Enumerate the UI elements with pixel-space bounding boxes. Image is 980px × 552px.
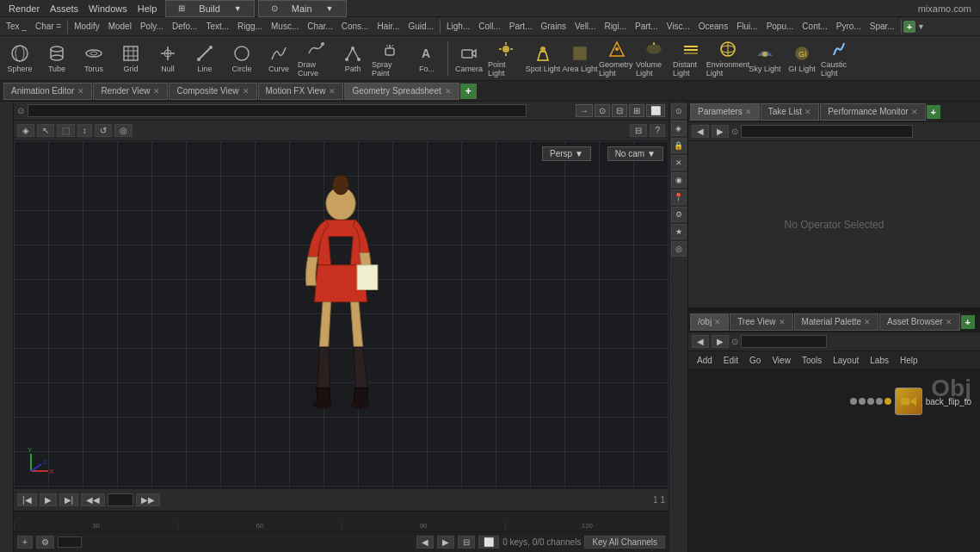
viewport-expand-button[interactable]: ⬜ (646, 104, 665, 117)
toolbar-musc[interactable]: Musc... (267, 21, 303, 32)
select-button[interactable]: ↖ (37, 124, 54, 137)
brp-tab-material-palette[interactable]: Material Palette ✕ (794, 313, 878, 331)
select-box-button[interactable]: ⬚ (57, 124, 75, 137)
camera-nav-button[interactable]: ◎ (114, 124, 133, 137)
tab-parameters-close[interactable]: ✕ (745, 108, 752, 116)
r-icon-3[interactable]: 🔒 (671, 138, 687, 153)
toolbar-tex[interactable]: Tex _ (2, 21, 31, 32)
subnetwork-icon-box[interactable] (895, 388, 922, 415)
tab-animation-editor-close[interactable]: ✕ (77, 87, 84, 96)
distant-light-button[interactable]: Distant Light (673, 38, 709, 79)
toolbar-flui[interactable]: Flui... (732, 21, 761, 32)
node-menu-tools[interactable]: Tools (797, 354, 827, 367)
toolbar-visc[interactable]: Visc... (663, 21, 694, 32)
viewport-split-h-button[interactable]: ⊟ (612, 104, 627, 117)
toolbar-ligh[interactable]: Ligh... (442, 21, 474, 32)
tab-render-view[interactable]: Render View ✕ (93, 83, 168, 100)
timeline-ruler[interactable]: 30 60 90 120 (14, 512, 669, 531)
bb-frame-input[interactable]: 1 (58, 536, 82, 548)
tab-motion-fx-view-close[interactable]: ✕ (329, 87, 336, 96)
r-icon-2[interactable]: ◈ (671, 121, 687, 136)
tab-composite-view[interactable]: Composite View ✕ (169, 83, 256, 100)
toolbar-model[interactable]: Model (104, 21, 136, 32)
font-button[interactable]: A Fo... (409, 38, 445, 79)
brp-tab-tree-close[interactable]: ✕ (779, 318, 786, 326)
path-button[interactable]: Path (335, 38, 371, 79)
viewport-split-v-button[interactable]: ⊞ (629, 104, 644, 117)
r-icon-4[interactable]: ✕ (671, 155, 687, 171)
bb-add-key-button[interactable]: + (17, 536, 33, 549)
toolbar-poly[interactable]: Poly... (136, 21, 168, 32)
menu-windows[interactable]: Windows (83, 2, 133, 16)
node-path-input[interactable]: obj (741, 335, 827, 348)
bb-channel-plus[interactable]: ▶ (437, 536, 454, 549)
camera-button[interactable]: Camera (451, 38, 487, 79)
add-right-tab-button[interactable]: + (927, 105, 940, 119)
toolbar-cont[interactable]: Cont... (798, 21, 831, 32)
tab-performance-monitor[interactable]: Performance Monitor ✕ (820, 103, 925, 121)
tl-prev-frame[interactable]: ◀◀ (81, 493, 105, 506)
tab-parameters[interactable]: Parameters ✕ (690, 103, 760, 121)
toolbar-cons[interactable]: Cons... (337, 21, 373, 32)
r-icon-5[interactable]: ◉ (671, 172, 687, 188)
select-mode-button[interactable]: ◈ (17, 124, 34, 137)
nocam-button[interactable]: No cam ▼ (607, 146, 663, 161)
circle-button[interactable]: Circle (224, 38, 260, 79)
key-all-channels-button[interactable]: Key All Channels (584, 536, 665, 549)
draw-curve-button[interactable]: Draw Curve (298, 38, 334, 79)
tl-next-end[interactable]: ▶| (59, 493, 79, 506)
brp-tab-asset-close[interactable]: ✕ (946, 318, 952, 326)
bb-expand-button[interactable]: ⬜ (478, 536, 499, 549)
bb-channel-minus[interactable]: ◀ (416, 536, 434, 549)
gi-light-button[interactable]: GI GI Light (784, 38, 820, 79)
toolbar-popu[interactable]: Popu... (762, 21, 798, 32)
param-forward-button[interactable]: ▶ (712, 125, 729, 138)
viewport-path-input[interactable]: obj (28, 104, 527, 117)
sphere-button[interactable]: Sphere (2, 38, 38, 79)
volume-light-button[interactable]: Volume Light (636, 38, 672, 79)
toolbar-rigi[interactable]: Rigi... (600, 21, 631, 32)
r-icon-1[interactable]: ⊙ (671, 103, 687, 119)
node-menu-help[interactable]: Help (895, 354, 923, 367)
toolbar-spar[interactable]: Spar... (866, 21, 899, 32)
spot-light-button[interactable]: Spot Light (525, 38, 561, 79)
add-tab-button[interactable]: + (460, 84, 477, 99)
bb-settings-button[interactable]: ⚙ (36, 536, 54, 549)
subnetwork-node[interactable]: back_flip_to (850, 388, 971, 415)
brp-tab-material-close[interactable]: ✕ (864, 318, 871, 326)
curve-button[interactable]: Curve (261, 38, 297, 79)
toolbar-rigg[interactable]: Rigg... (233, 21, 267, 32)
menu-help[interactable]: Help (133, 2, 163, 16)
tl-prev-start[interactable]: |◀ (17, 493, 37, 506)
node-menu-edit[interactable]: Edit (718, 354, 743, 367)
geometry-light-button[interactable]: Geometry Light (599, 38, 635, 79)
brp-tab-tree-view[interactable]: Tree View ✕ (730, 313, 792, 331)
toolbar-modify[interactable]: Modify (70, 21, 103, 32)
tab-take-list[interactable]: Take List ✕ (761, 103, 819, 121)
brp-tab-obj[interactable]: /obj ✕ (690, 313, 729, 331)
tab-composite-view-close[interactable]: ✕ (243, 87, 250, 96)
brp-tab-asset-browser[interactable]: Asset Browser ✕ (879, 313, 959, 331)
node-menu-labs[interactable]: Labs (865, 354, 894, 367)
tab-animation-editor[interactable]: Animation Editor ✕ (3, 83, 92, 100)
add-brp-tab-button[interactable]: + (961, 315, 975, 329)
bb-display-button[interactable]: ⊟ (458, 536, 475, 549)
viewport-go-button[interactable]: → (576, 104, 593, 117)
caustic-light-button[interactable]: Caustic Light (821, 38, 857, 79)
tab-render-view-close[interactable]: ✕ (153, 87, 160, 96)
param-path-input[interactable]: obj (741, 125, 913, 138)
toolbar-pyro[interactable]: Pyro... (832, 21, 866, 32)
toolbar-coll[interactable]: Coll... (474, 21, 505, 32)
tab-motion-fx-view[interactable]: Motion FX View ✕ (258, 83, 344, 100)
rotate-button[interactable]: ↺ (95, 124, 112, 137)
point-light-button[interactable]: Point Light (488, 38, 524, 79)
build-button[interactable]: ⊞ Build ▼ (165, 0, 254, 17)
node-menu-go[interactable]: Go (744, 354, 766, 367)
tl-next-frame[interactable]: ▶▶ (136, 493, 160, 506)
tl-play-button[interactable]: ▶ (40, 493, 57, 506)
null-button[interactable]: Null (150, 38, 186, 79)
param-back-button[interactable]: ◀ (692, 125, 709, 138)
tab-geometry-spreadsheet[interactable]: Geometry Spreadsheet ✕ (344, 83, 459, 100)
torus-button[interactable]: Torus (76, 38, 112, 79)
node-back-button[interactable]: ◀ (692, 335, 709, 348)
